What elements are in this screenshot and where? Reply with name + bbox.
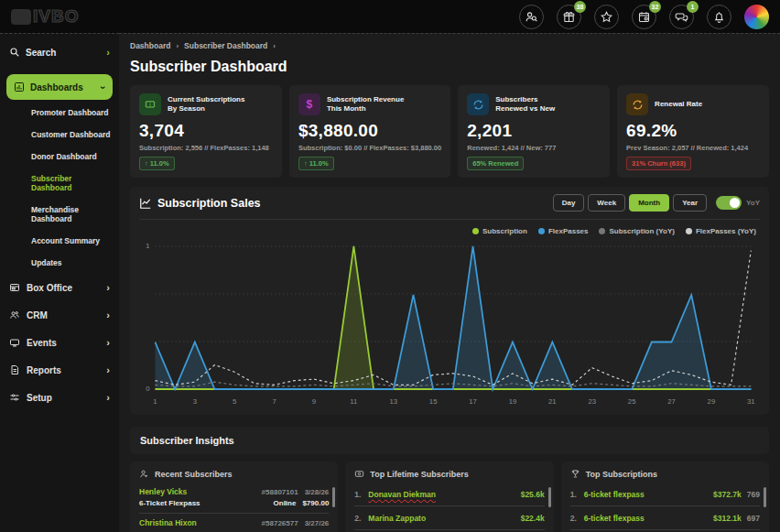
main-content: Dashboard › Subscriber Dashboard › Subsc… [119, 33, 780, 532]
range-button-day[interactable]: Day [553, 194, 585, 212]
recent-subscriber-row[interactable]: Henley Vicks #58807101 3/28/26 6-Ticket … [139, 483, 329, 514]
trophy-icon [570, 469, 580, 479]
subscriber-name[interactable]: Donavan Diekman [368, 490, 436, 499]
kpi-badge: ↑ 11.0% [139, 157, 175, 170]
events-icon [9, 337, 20, 348]
search-icon [9, 47, 20, 58]
order-date: 3/27/26 [305, 519, 330, 527]
line-chart-icon [139, 197, 152, 210]
top-lifetime-subscribers-card: Top Lifetime Subscribers 1. Donavan Diek… [345, 461, 553, 532]
topbar: IVBO 38 32 [0, 0, 780, 33]
recent-subscribers-header: Recent Subscribers [139, 469, 329, 479]
favorites-button[interactable] [594, 5, 619, 29]
sidebar-item-account-summary[interactable]: Account Summary [6, 230, 113, 252]
subscription-count: 769 [747, 490, 760, 499]
range-button-year[interactable]: Year [673, 194, 707, 212]
chevron-down-icon: › [99, 85, 109, 89]
kpi-detail: Renewed: 1,424 // New: 777 [467, 144, 601, 152]
rank: 1. [570, 490, 584, 499]
chevron-right-icon: › [106, 393, 110, 403]
svg-text:17: 17 [469, 397, 477, 406]
gifts-button[interactable]: 38 [557, 5, 581, 29]
recent-subscribers-card: Recent Subscribers Henley Vicks #5880710… [130, 461, 338, 532]
sidebar-item-setup[interactable]: Setup › [6, 384, 113, 411]
kpi-title: Renewal Rate [655, 100, 702, 109]
legend-item-flexpasses[interactable]: FlexPasses [538, 227, 589, 235]
chart-title: Subscription Sales [139, 197, 261, 210]
sidebar-item-search[interactable]: Search › [6, 38, 113, 67]
kpi-detail: Subscription: 2,556 // FlexPasses: 1,148 [139, 144, 273, 152]
dollar-icon: $ [298, 93, 320, 115]
legend-item-subscription[interactable]: Subscription [472, 227, 527, 235]
chat-bubbles-icon [675, 10, 688, 24]
box-office-label: Box Office [27, 283, 72, 293]
sidebar-item-merchandise-dashboard[interactable]: Merchandise Dashboard [6, 199, 113, 230]
chevron-right-icon: › [106, 338, 110, 348]
kpi-badge: 65% Renewed [467, 157, 524, 170]
scrollbar[interactable] [332, 487, 335, 507]
breadcrumb-dashboard[interactable]: Dashboard [130, 41, 170, 50]
range-button-week[interactable]: Week [588, 194, 625, 212]
gift-badge: 38 [574, 1, 586, 13]
rank: 1. [354, 490, 368, 499]
legend-item-flexpasses-yoy[interactable]: FlexPasses (YoY) [686, 227, 756, 235]
kpi-card-subscription-revenue: $ Subscription RevenueThis Month $3,880.… [289, 85, 450, 178]
chart-legend: Subscription FlexPasses Subscription (Yo… [143, 227, 756, 235]
sidebar-item-donor-dashboard[interactable]: Donor Dashboard [6, 146, 113, 168]
dashboards-label: Dashboards [30, 82, 83, 92]
kpi-detail: Prev Season: 2,057 // Renewed: 1,424 [626, 144, 760, 152]
ticket-icon [139, 93, 161, 115]
svg-text:3: 3 [193, 397, 198, 406]
lifetime-subscriber-row[interactable]: 1. Donavan Diekman $25.6k [354, 483, 544, 506]
sidebar-item-box-office[interactable]: Box Office › [6, 274, 113, 301]
sidebar-item-reports[interactable]: Reports › [6, 356, 113, 384]
scrollbar[interactable] [548, 487, 551, 507]
logo-block-icon [11, 9, 31, 25]
order-id: #58807101 [262, 488, 298, 496]
vbo-logo[interactable]: IVBO [11, 6, 79, 27]
breadcrumb-subscriber-dashboard[interactable]: Subscriber Dashboard [184, 41, 267, 50]
subscription-name[interactable]: 6-ticket flexpass [584, 490, 645, 499]
legend-dot [472, 228, 479, 234]
lifetime-subscriber-row[interactable]: 2. Marina Zappato $22.4k [354, 506, 544, 530]
sidebar-item-promoter-dashboard[interactable]: Promoter Dashboard [6, 102, 113, 124]
calendar-button[interactable]: 32 [632, 5, 656, 29]
sidebar-item-crm[interactable]: CRM › [6, 301, 113, 329]
ticket-money-icon [354, 469, 364, 479]
sidebar-item-events[interactable]: Events › [6, 329, 113, 356]
kpi-badge: ↑ 11.0% [298, 157, 334, 170]
kpi-card-current-subscriptions: Current SubscriptionsBy Season 3,704 Sub… [130, 85, 282, 178]
sidebar-item-updates[interactable]: Updates [6, 252, 113, 274]
subscriber-name[interactable]: Marina Zappato [368, 514, 426, 523]
messages-button[interactable]: 1 [669, 5, 694, 29]
svg-text:1: 1 [153, 397, 157, 406]
events-label: Events [27, 338, 57, 348]
top-subscription-row[interactable]: 2. 6-ticket flexpass $312.1k 697 [570, 506, 760, 530]
sidebar-item-subscriber-dashboard[interactable]: Subscriber Dashboard [6, 168, 113, 199]
lifetime-value: $22.4k [521, 514, 545, 523]
notifications-button[interactable] [707, 5, 731, 29]
breadcrumb-separator-icon: › [176, 42, 179, 50]
user-avatar[interactable] [744, 5, 769, 29]
chevron-right-icon: › [106, 310, 110, 320]
yoy-toggle[interactable] [716, 196, 742, 210]
sidebar-item-dashboards[interactable]: Dashboards › [6, 74, 113, 100]
top-subscription-row[interactable]: 1. 6-ticket flexpass $372.7k 769 [570, 483, 760, 506]
reports-label: Reports [27, 365, 61, 375]
toggle-knob [730, 198, 740, 208]
kpi-detail: Subscription: $0.00 // FlexPasses: $3,88… [298, 144, 441, 152]
subscription-count: 697 [747, 514, 760, 523]
sync-icon [467, 93, 489, 115]
svg-text:11: 11 [350, 397, 357, 406]
legend-item-subscription-yoy[interactable]: Subscription (YoY) [599, 227, 674, 235]
range-button-month[interactable]: Month [629, 194, 669, 212]
scrollbar[interactable] [764, 487, 766, 507]
subscription-name[interactable]: 6-ticket flexpass [584, 514, 645, 523]
svg-text:29: 29 [708, 397, 716, 406]
subscriber-name[interactable]: Christina Hixon [139, 518, 197, 527]
subscriber-name[interactable]: Henley Vicks [139, 487, 187, 496]
customer-search-button[interactable] [519, 5, 544, 29]
recent-subscriber-row[interactable]: Christina Hixon #58726577 3/27/26 6-Tick… [139, 514, 329, 532]
sidebar-item-customer-dashboard[interactable]: Customer Dashboard [6, 124, 113, 146]
kpi-card-subscribers-renewed: SubscribersRenewed vs New 2,201 Renewed:… [458, 85, 610, 178]
